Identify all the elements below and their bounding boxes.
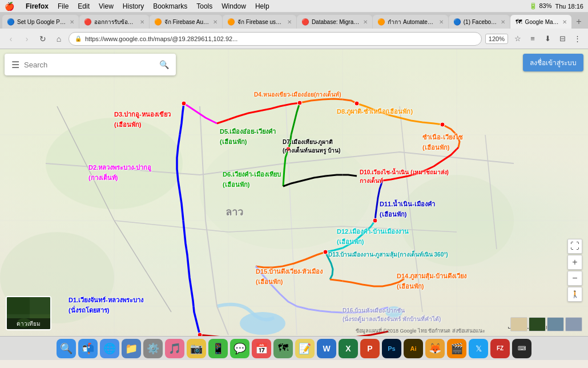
menu-bookmarks[interactable]: Bookmarks — [153, 2, 187, 10]
dock-syspreferences[interactable]: ⚙️ — [143, 339, 163, 358]
new-tab-button[interactable]: + — [572, 15, 586, 29]
apple-menu[interactable]: 🍎 — [5, 2, 14, 11]
dock-safari[interactable]: 🌐 — [100, 339, 119, 358]
route-label-d5: D5.เมืองอ๋อย-เวียงคำ(เฮือนพัก) — [220, 126, 276, 147]
tab-6-close[interactable]: ✕ — [439, 19, 444, 25]
route-label-d2: D2.หลวงพระบาง-ปากอู(กางเต็นท์) — [88, 162, 151, 183]
route-label-d12: D12.เมืองคำ-บ้านเมืองงาน(เฮือนพัก) — [337, 226, 409, 247]
dock-finder-2[interactable]: 📁 — [122, 339, 141, 358]
svg-point-8 — [198, 333, 202, 336]
tab-6[interactable]: 🟠 กำกา Automated... ✕ — [373, 15, 448, 29]
menu-tools[interactable]: Tools — [196, 2, 212, 10]
fullscreen-button[interactable]: ⛶ — [567, 239, 582, 254]
reload-button[interactable]: ↻ — [37, 33, 49, 45]
sidebar-icon[interactable]: ⊟ — [556, 33, 569, 45]
bookmark-star-icon[interactable]: ☆ — [512, 33, 524, 45]
dock-calendar[interactable]: 📅 — [252, 339, 271, 358]
zoom-in-button[interactable]: + — [567, 255, 582, 270]
layer-thumb-2[interactable] — [529, 317, 546, 331]
tab-5[interactable]: 🔴 Database: Migrat... ✕ — [297, 15, 372, 29]
dock-facetime[interactable]: 📱 — [208, 339, 228, 358]
tab-2-close[interactable]: ✕ — [140, 19, 144, 25]
dock-illustrator[interactable]: Ai — [404, 339, 423, 358]
route-label-d10: D10.เวียงไช-น้ำเนิน (เหมาชถมาส่ง)กางเต็น… — [360, 168, 449, 185]
tab-3[interactable]: 🟠 จัก Firebase Aut... ✕ — [150, 15, 222, 29]
menu-file[interactable]: File — [58, 2, 69, 10]
layer-switcher[interactable] — [510, 317, 582, 331]
dock-filezilla[interactable]: FZ — [490, 339, 510, 358]
tab-bar: 🔵 Set Up Google Pl... ✕ 🔴 ออกการรับข้อมู… — [0, 13, 588, 29]
dock-terminal[interactable]: ⌨ — [512, 339, 531, 358]
dock-notes[interactable]: 📝 — [295, 339, 315, 358]
dock-mail[interactable]: 📬 — [78, 339, 98, 358]
back-button[interactable]: ‹ — [5, 33, 17, 45]
dock-photos[interactable]: 📷 — [187, 339, 206, 358]
tab-1-close[interactable]: ✕ — [70, 19, 74, 25]
layer-thumb-4[interactable] — [565, 317, 582, 331]
tab-8-close[interactable]: ✕ — [562, 19, 567, 25]
search-icon[interactable]: 🔍 — [159, 60, 169, 69]
dock-photoshop[interactable]: Ps — [382, 339, 401, 358]
tab-4-close[interactable]: ✕ — [287, 19, 292, 25]
login-button[interactable]: ลงชื่อเข้าสู่ระบบ — [523, 54, 583, 71]
tab-1-favicon: 🔵 — [7, 18, 15, 26]
tab-4-title: จัก Firebase use... — [237, 18, 284, 26]
menu-view[interactable]: View — [99, 2, 114, 10]
route-label-d1: D1.เวียงจันทร์-หลวงพระบาง(นั่งรถโดยสาร) — [69, 295, 143, 315]
toolbar: ‹ › ↻ ⌂ 🔒 https://www.google.co.th/maps/… — [0, 29, 588, 49]
dock-excel[interactable]: X — [339, 339, 358, 358]
menubar: 🍎 Firefox File Edit View History Bookmar… — [0, 0, 588, 13]
tab-7[interactable]: 🔵 (1) Facebook ✕ — [449, 15, 510, 29]
tab-4-favicon: 🟠 — [227, 18, 235, 26]
search-input[interactable] — [24, 61, 155, 69]
map-container[interactable]: ลาว D1.เวียงจันทร์-หลวงพระบาง(นั่งรถโดยส… — [0, 49, 588, 336]
dock-messages[interactable]: 💬 — [230, 339, 249, 358]
menu-firefox[interactable]: Firefox — [26, 2, 49, 10]
menu-help[interactable]: Help — [255, 2, 269, 10]
tab-8-favicon: 🗺 — [515, 18, 523, 26]
hamburger-icon[interactable]: ☰ — [11, 59, 19, 70]
menu-edit[interactable]: Edit — [78, 2, 90, 10]
map-search-box[interactable]: ☰ 🔍 — [5, 54, 176, 75]
svg-point-11 — [355, 101, 359, 106]
zoom-out-button[interactable]: − — [567, 271, 582, 286]
tab-4[interactable]: 🟠 จัก Firebase use... ✕ — [223, 15, 296, 29]
battery-indicator: 🔋 83% — [529, 2, 551, 10]
dock: 🔍 📬 🌐 📁 ⚙️ 🎵 📷 📱 💬 📅 🗺 📝 W X P Ps Ai 🦊 🎬… — [0, 336, 588, 360]
route-label-d4: D4.หนองเขียว-เมืองอ๋อย(กางเต็นท์) — [254, 90, 341, 99]
overflow-menu-icon[interactable]: ⋮ — [571, 33, 583, 45]
dock-powerpoint[interactable]: P — [360, 339, 380, 358]
route-label-d6: D6.เวียงคำ-เมืองเทียบ(เฮือนพัก) — [223, 169, 281, 190]
dock-finder[interactable]: 🔍 — [57, 339, 76, 358]
tab-3-close[interactable]: ✕ — [213, 19, 218, 25]
pegman-button[interactable]: 🚶 — [567, 287, 582, 302]
route-label-d11: D11.น้ำเนิน-เมืองคำ(เฮือนพัก) — [380, 199, 435, 219]
forward-button[interactable]: › — [21, 33, 33, 45]
dock-itunes[interactable]: 🎵 — [165, 339, 184, 358]
satellite-thumbnail[interactable]: ดาวเทียม — [6, 296, 51, 330]
dock-twitter[interactable]: 𝕏 — [469, 339, 488, 358]
tab-5-favicon: 🔴 — [301, 18, 309, 26]
dock-vlc[interactable]: 🎬 — [447, 339, 466, 358]
address-bar[interactable]: 🔒 https://www.google.co.th/maps/@19.2829… — [69, 32, 482, 46]
menu-window[interactable]: Window — [221, 2, 246, 10]
tab-2[interactable]: 🔴 ออกการรับข้อมู... ✕ — [79, 15, 149, 29]
svg-point-12 — [440, 122, 445, 127]
reader-view-icon[interactable]: ≡ — [526, 33, 539, 45]
layer-thumb-1[interactable] — [510, 317, 527, 331]
route-label-d15: D15.บ้านดึงเวียง-หัวเมือง(เฮือนพัก) — [256, 266, 323, 287]
route-label-d3: D3.ปากอู-หนองเขียว(เฮือนพัก) — [114, 109, 171, 130]
tab-1[interactable]: 🔵 Set Up Google Pl... ✕ — [2, 15, 79, 29]
svg-point-5 — [240, 312, 285, 335]
tab-8[interactable]: 🗺 Google Maps ✕ — [510, 15, 571, 29]
tab-5-close[interactable]: ✕ — [363, 19, 368, 25]
menu-history[interactable]: History — [123, 2, 144, 10]
layer-thumb-3[interactable] — [547, 317, 564, 331]
dock-word[interactable]: W — [317, 339, 336, 358]
tab-7-close[interactable]: ✕ — [501, 19, 505, 25]
dock-maps[interactable]: 🗺 — [273, 339, 293, 358]
dock-firefox[interactable]: 🦊 — [425, 339, 445, 358]
home-button[interactable]: ⌂ — [53, 33, 65, 45]
download-icon[interactable]: ⬇ — [541, 33, 554, 45]
svg-point-7 — [182, 101, 186, 106]
